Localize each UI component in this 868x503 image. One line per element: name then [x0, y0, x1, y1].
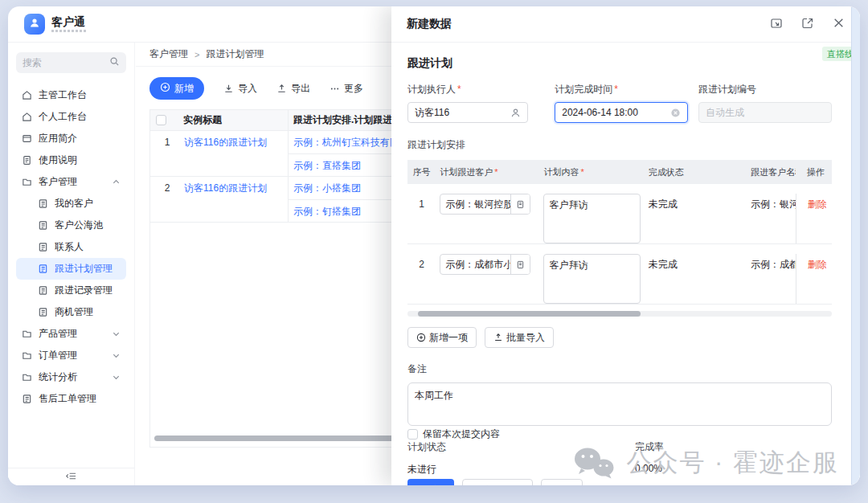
- form-icon: [22, 394, 32, 404]
- clear-icon[interactable]: [670, 108, 681, 118]
- chevron-down-icon: [112, 373, 121, 382]
- watermark-text: 公众号 · 霍迹企服: [626, 446, 839, 480]
- select-all-checkbox[interactable]: [156, 115, 166, 125]
- subtable-header-row: 序号 计划跟进客户* 计划内容* 完成状态 跟进客户名称 操作: [407, 160, 832, 184]
- submit-button[interactable]: 提交: [407, 479, 454, 485]
- col-action: 操作: [796, 166, 832, 178]
- window-icon: [22, 133, 32, 144]
- customer-picker-input[interactable]: 示例：成都市小钉建设: [440, 254, 530, 275]
- folder-icon: [22, 350, 32, 361]
- sidebar-item-personal-workspace[interactable]: 个人工作台: [16, 106, 126, 128]
- dock-panel-icon: [770, 17, 783, 32]
- submit-and-continue-button[interactable]: 提交并继续: [462, 479, 533, 485]
- export-button[interactable]: 导出: [276, 82, 310, 96]
- more-button[interactable]: 更多: [330, 82, 363, 96]
- sidebar-item-aftersales-ticket-mgmt[interactable]: 售后工单管理: [16, 388, 126, 410]
- sidebar-item-supervisor-workspace[interactable]: 主管工作台: [16, 84, 126, 106]
- add-item-button[interactable]: 新增一项: [407, 327, 477, 348]
- form-icon: [38, 285, 48, 296]
- plan-number-input: 自动生成: [698, 102, 832, 123]
- person-icon: [510, 108, 521, 118]
- breadcrumb-parent[interactable]: 客户管理: [149, 47, 188, 61]
- app-tagline: [51, 30, 87, 32]
- search-placeholder: 搜索: [23, 56, 109, 70]
- sidebar-footer: [8, 468, 134, 485]
- customer-name-value: 示例：成都市: [751, 259, 796, 270]
- executor-input[interactable]: 访客116: [407, 102, 528, 123]
- sidebar-item-customer-mgmt[interactable]: 客户管理: [16, 171, 126, 193]
- sidebar-item-my-customers[interactable]: 我的客户: [16, 193, 126, 215]
- drawer-scrollbar[interactable]: [851, 6, 860, 485]
- open-fullpage-button[interactable]: [801, 17, 814, 32]
- row-index: 1: [150, 131, 184, 153]
- app-title: 客户通: [51, 16, 87, 27]
- instance-title-link[interactable]: 访客116的跟进计划: [184, 131, 267, 153]
- select-record-button[interactable]: [510, 194, 530, 214]
- chevron-up-icon: [112, 178, 121, 186]
- subtable-label: 跟进计划安排: [407, 138, 832, 152]
- remark-textarea[interactable]: 本周工作: [407, 382, 832, 426]
- import-button[interactable]: 导入: [223, 82, 257, 96]
- plan-content-textarea[interactable]: 客户拜访: [543, 254, 641, 304]
- sidebar-item-order-mgmt[interactable]: 订单管理: [16, 345, 126, 366]
- collapse-sidebar-icon[interactable]: [65, 470, 77, 485]
- select-record-button[interactable]: [510, 255, 530, 274]
- form-icon: [38, 242, 48, 252]
- form-section-title: 跟进计划: [407, 56, 832, 71]
- col-index: 序号: [407, 166, 436, 178]
- subtable-scrollbar-thumb[interactable]: [418, 311, 641, 317]
- drawer-footer: 提交 提交并继续 暂存: [407, 479, 583, 485]
- customer-picker-input[interactable]: 示例：银河控股: [440, 194, 530, 215]
- close-icon: [833, 17, 845, 32]
- col-customer: 计划跟进客户*: [436, 166, 539, 178]
- plus-circle-icon: [160, 82, 170, 95]
- plan-number-placeholder: 自动生成: [706, 106, 825, 120]
- upload-icon: [493, 333, 503, 342]
- subtable-scrollbar-track: [407, 311, 832, 317]
- sidebar-item-followup-plan-mgmt[interactable]: 跟进计划管理: [16, 258, 126, 280]
- plan-content-textarea[interactable]: 客户拜访: [543, 194, 641, 243]
- sidebar-item-customer-pool[interactable]: 客户公海池: [16, 215, 126, 236]
- new-data-drawer: 新建数据 直搭线 跟进计划: [391, 6, 860, 485]
- deadline-input[interactable]: 2024-06-14 18:00: [555, 102, 688, 123]
- sidebar-item-opportunity-mgmt[interactable]: 商机管理: [16, 301, 126, 323]
- app-window: 客户通 搜索 主管工作台 个人工作台 应用简介: [8, 6, 860, 485]
- row-index: 2: [407, 254, 436, 275]
- import-icon: [223, 84, 234, 94]
- sidebar-item-product-mgmt[interactable]: 产品管理: [16, 323, 126, 345]
- status-value: 未完成: [649, 259, 678, 270]
- plan-arrangement-table: 序号 计划跟进客户* 计划内容* 完成状态 跟进客户名称 操作 1 示例：银河控…: [407, 160, 832, 305]
- keep-content-checkbox[interactable]: [407, 429, 418, 440]
- instance-title-link[interactable]: 访客116的跟进计划: [184, 177, 267, 199]
- row-index: 2: [150, 177, 184, 199]
- search-icon: [109, 55, 120, 70]
- batch-import-button[interactable]: 批量导入: [485, 327, 554, 348]
- screen: 客户通 搜索 主管工作台 个人工作台 应用简介: [0, 0, 868, 503]
- breadcrumb-separator: >: [194, 50, 199, 59]
- save-draft-button[interactable]: 暂存: [541, 479, 583, 485]
- sidebar-item-followup-record-mgmt[interactable]: 跟进记录管理: [16, 280, 126, 301]
- delete-row-link[interactable]: 删除: [808, 259, 827, 270]
- home-icon: [22, 90, 32, 100]
- sidebar-item-contacts[interactable]: 联系人: [16, 236, 126, 258]
- plus-circle-icon: [416, 333, 426, 342]
- dock-panel-button[interactable]: [770, 17, 783, 32]
- sidebar-item-stats-analysis[interactable]: 统计分析: [16, 366, 126, 388]
- folder-icon: [22, 329, 32, 339]
- plan-number-label: 跟进计划编号: [698, 83, 832, 96]
- chevron-down-icon: [112, 351, 121, 360]
- keep-content-label: 保留本次提交内容: [423, 427, 500, 441]
- keep-content-option[interactable]: 保留本次提交内容: [407, 427, 500, 441]
- close-drawer-button[interactable]: [833, 17, 845, 32]
- subtable-row: 1 示例：银河控股 客户拜访 未完成 示例：银河控 删除: [407, 184, 832, 243]
- sidebar-item-user-guide[interactable]: 使用说明: [16, 149, 126, 171]
- search-input[interactable]: 搜索: [16, 52, 126, 73]
- delete-row-link[interactable]: 删除: [808, 198, 827, 210]
- document-icon: [22, 155, 32, 166]
- add-button[interactable]: 新增: [149, 77, 204, 100]
- form-icon: [38, 307, 48, 317]
- sidebar-item-app-intro[interactable]: 应用简介: [16, 128, 126, 149]
- chevron-down-icon: [112, 329, 121, 338]
- drawer-title: 新建数据: [407, 17, 452, 31]
- deadline-label: 计划完成时间*: [555, 83, 688, 96]
